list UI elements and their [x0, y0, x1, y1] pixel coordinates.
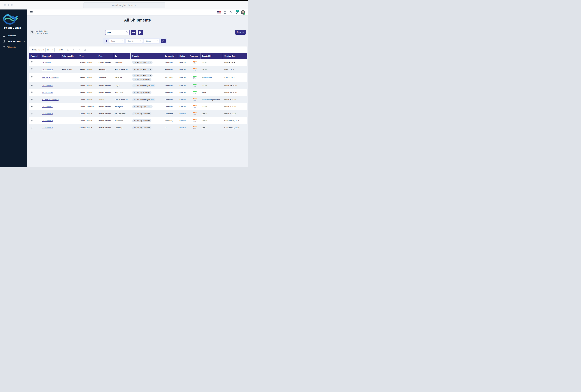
created-by: Mohammad	[200, 76, 223, 80]
column-header: Status	[178, 53, 188, 59]
created-date: February 16, 2024	[223, 119, 247, 122]
destination: Hamburg	[113, 126, 131, 130]
shipment-type: Sea FCL Transship	[78, 105, 97, 108]
created-date: May 1, 2024	[223, 68, 247, 71]
row-flag-icon[interactable]	[31, 120, 33, 122]
booking-number-link[interactable]: JA24000070	[42, 68, 53, 70]
row-flag-icon[interactable]	[31, 126, 33, 129]
status: Booked	[178, 90, 188, 94]
progress-indicator: 63%	[188, 67, 200, 72]
menu-toggle-icon[interactable]	[30, 11, 32, 14]
table-row: GFCMOH24000066Sea FCL DirectShanghaiJebe…	[29, 73, 247, 82]
fullscreen-icon[interactable]	[224, 11, 226, 14]
progress-percent: 48%	[193, 62, 196, 64]
search-input-icon[interactable]	[125, 31, 128, 34]
quantity-pill: 5 X 40' Reefer High Cube	[132, 98, 155, 101]
row-flag-icon[interactable]	[31, 68, 33, 71]
sidebar-item-label: Quote Requests	[7, 40, 21, 42]
window-dot	[11, 4, 13, 6]
reference-number	[60, 113, 78, 115]
sidebar-item-label: Dashboard	[7, 35, 16, 37]
booking-number-link[interactable]: GFCMOH24000066	[42, 76, 58, 78]
language-flag-icon[interactable]	[217, 12, 221, 14]
progress-indicator: 55%	[188, 118, 200, 123]
quantity-filter-select[interactable]: Quantity ▼	[126, 38, 143, 43]
booking-number-link[interactable]: JA24000060	[42, 113, 53, 115]
origin: Port of Jebel Ali	[97, 84, 113, 88]
reference-number	[60, 127, 78, 129]
sidebar-item-dashboard[interactable]: Dashboard	[0, 33, 27, 38]
address-bar[interactable]: Portal.freightcollab.com	[83, 2, 165, 8]
status: Booked	[178, 76, 188, 80]
booking-number-link[interactable]: JA24000058	[42, 127, 53, 129]
reference-number	[60, 84, 78, 86]
row-flag-icon[interactable]	[31, 112, 33, 115]
freight-collab-logo	[2, 12, 18, 25]
booking-number-link[interactable]: JA24000071	[42, 61, 53, 63]
watch-button[interactable]	[131, 30, 136, 35]
progress-indicator: 34%	[188, 125, 200, 130]
booking-number-link[interactable]: JA24000061	[42, 106, 53, 108]
created-date: February 13, 2024	[223, 126, 247, 130]
search-icon[interactable]	[229, 11, 232, 14]
last-page-button[interactable]	[84, 49, 86, 51]
progress-percent: 55%	[193, 121, 196, 122]
created-date: March 4, 2024	[223, 105, 247, 108]
created-by: James	[200, 60, 223, 64]
items-per-page-select[interactable]: 10 ▼	[45, 48, 54, 52]
notifications-bell-icon[interactable]: 3	[235, 11, 238, 14]
booking-number-link[interactable]: GESMOH24000062	[42, 99, 58, 100]
row-flag-icon[interactable]	[31, 91, 33, 94]
screen: Portal.freightcollab.com Freight Collab …	[0, 0, 248, 167]
booking-number-link[interactable]: JA24000065	[42, 84, 53, 86]
column-header: Booking No.	[41, 53, 60, 59]
new-shipment-button[interactable]: New +	[235, 30, 246, 35]
sidebar-item-shipments[interactable]: Shipments	[0, 44, 27, 50]
type-filter-select[interactable]: Type ▼	[109, 38, 124, 43]
sidebar-item-quote-requests[interactable]: Quote Requests∨	[0, 38, 27, 44]
row-flag-icon[interactable]	[31, 61, 33, 64]
shipment-type: Sea FCL Direct	[78, 76, 97, 80]
shipment-type: Sea FCL Direct	[78, 90, 97, 94]
status-filter-select[interactable]: Status ▼	[144, 38, 159, 43]
previous-page-button[interactable]	[72, 49, 75, 51]
online-status-dot	[244, 13, 246, 15]
commodity: Food stuff	[163, 84, 178, 88]
row-flag-icon[interactable]	[31, 105, 33, 108]
user-avatar[interactable]	[241, 10, 245, 14]
column-header: Commodity	[163, 53, 178, 59]
home-icon	[3, 34, 5, 37]
booking-number-link[interactable]: JA24000059	[42, 120, 53, 122]
created-by: James	[200, 112, 223, 116]
destination: Hamburg	[113, 60, 131, 64]
clear-filters-button[interactable]	[161, 38, 166, 43]
column-header: From	[97, 53, 113, 59]
table-row: JA24000065Sea FCL DirectPort of Jebel Al…	[29, 82, 247, 89]
page-content: All Shipments Last Updated On: 8/16/24, …	[27, 15, 248, 167]
table-row: GESMOH24000062Sea FCL DirectJeddahPort o…	[29, 96, 247, 103]
booking-number-link[interactable]: RO24000064	[42, 92, 53, 94]
origin: Port of Jebel Ali	[97, 126, 113, 130]
row-flag-icon[interactable]	[31, 84, 33, 87]
first-page-button[interactable]	[67, 49, 69, 51]
column-header: Flagged	[29, 53, 41, 59]
column-header: Type	[78, 53, 97, 59]
created-date: April 8, 2024	[223, 76, 247, 80]
reference-number	[60, 99, 78, 100]
row-flag-icon[interactable]	[31, 76, 33, 79]
destination: Port of Jebel Ali	[113, 98, 131, 102]
commodity: Tile	[163, 126, 178, 130]
document-icon	[3, 40, 5, 43]
column-header: Created Date	[223, 53, 247, 59]
progress-percent: 34%	[193, 128, 196, 130]
shipment-type: Sea FCL Direct	[78, 119, 97, 122]
chevron-down-icon: ∨	[24, 41, 25, 42]
refresh-button[interactable]	[30, 30, 34, 34]
sidebar-nav: DashboardQuote Requests∨Shipments	[0, 33, 27, 50]
flagged-filter-button[interactable]	[138, 30, 143, 35]
table-row: RO24000064Sea FCL DirectPort of Jebel Al…	[29, 89, 247, 96]
status: Booked	[178, 119, 188, 122]
next-page-button[interactable]	[78, 49, 80, 51]
destination: Port of Jebel Ali	[113, 68, 131, 71]
row-flag-icon[interactable]	[31, 98, 33, 101]
